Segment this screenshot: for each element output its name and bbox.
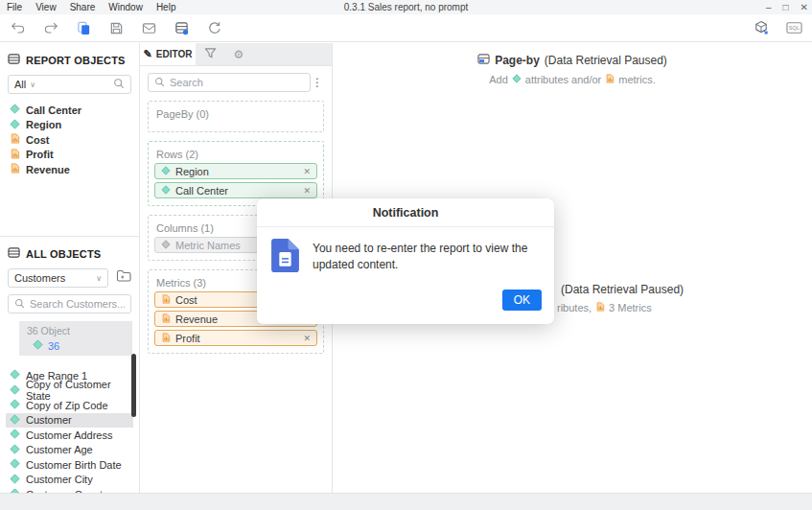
browse-folder-button[interactable] <box>116 269 131 287</box>
attribute-icon <box>161 185 171 197</box>
grid-placeholder: (Data Retrieval Paused) ributes, 3 Metri… <box>557 283 684 313</box>
object-count-label: 36 Object <box>27 325 132 336</box>
refresh-button[interactable] <box>201 17 226 38</box>
attribute-icon <box>10 474 20 486</box>
gear-icon: ⚙ <box>234 48 244 61</box>
attribute-icon <box>10 429 20 441</box>
stack-icon <box>8 53 20 67</box>
list-item-customer-birth-date[interactable]: Customer Birth Date <box>6 457 133 473</box>
report-object-region[interactable]: Region <box>8 118 131 133</box>
metric-icon <box>161 313 171 325</box>
all-objects-title: ALL OBJECTS <box>26 248 101 260</box>
search-icon <box>154 74 165 91</box>
folder-value: Customers <box>14 272 65 284</box>
editor-tabbar: ✎ EDITOR ⚙ <box>140 43 332 66</box>
window-controls: – □ ✕ <box>766 0 808 14</box>
all-objects-search-input[interactable] <box>30 298 125 310</box>
metric-icon <box>10 163 20 175</box>
tab-settings[interactable]: ⚙ <box>224 43 253 65</box>
menu-window[interactable]: Window <box>102 2 150 12</box>
attribute-icon <box>10 414 20 427</box>
chip-label: Call Center <box>175 185 228 197</box>
grid-status: (Data Retrieval Paused) <box>557 283 684 296</box>
dialog-message: You need to re-enter the report to view … <box>313 239 539 276</box>
search-icon <box>14 295 25 313</box>
list-item-customer-city[interactable]: Customer City <box>6 473 133 488</box>
rows-drop-zone[interactable]: Rows (2) Region ✕ Call Center ✕ <box>148 141 324 206</box>
scrollbar-thumb[interactable] <box>131 354 136 417</box>
list-item-label: Customer Age <box>26 444 93 455</box>
view-sql-button[interactable]: SQL <box>781 17 806 38</box>
save-button[interactable] <box>104 17 128 38</box>
all-objects-section: ALL OBJECTS Customers ∨ 36 Object <box>0 237 139 493</box>
kebab-menu[interactable]: ⋮ <box>311 76 324 89</box>
chip-label: Revenue <box>175 313 218 325</box>
redo-button[interactable] <box>38 17 63 38</box>
all-objects-list: Age Range 1 Copy of Customer State Copy … <box>8 368 131 502</box>
chip-region[interactable]: Region ✕ <box>154 163 317 179</box>
tab-editor[interactable]: ✎ EDITOR <box>140 43 196 65</box>
report-object-profit[interactable]: Profit <box>8 148 131 163</box>
refresh-icon <box>207 21 221 35</box>
ok-button[interactable]: OK <box>502 290 542 311</box>
hint-text: attributes and/or <box>525 74 602 85</box>
object-label: Region <box>26 119 61 130</box>
send-button[interactable] <box>136 17 161 38</box>
chip-label: Metric Names <box>175 240 241 251</box>
hint-text: 3 Metrics <box>609 302 652 313</box>
list-item-customer-address[interactable]: Customer Address <box>6 428 133 443</box>
object-count-card[interactable]: 36 Object 36 <box>19 321 132 356</box>
data-source-button[interactable] <box>169 17 194 38</box>
chip-profit[interactable]: Profit ✕ <box>154 330 317 346</box>
attribute-icon <box>10 384 20 397</box>
tab-filter[interactable] <box>196 43 224 65</box>
pageby-zone-label: PageBy (0) <box>156 108 317 120</box>
object-label: Call Center <box>26 104 81 116</box>
list-item-label: Customer <box>26 414 72 426</box>
report-object-cost[interactable]: Cost <box>8 132 131 148</box>
menu-help[interactable]: Help <box>150 2 183 12</box>
report-object-call-center[interactable]: Call Center <box>8 103 131 118</box>
search-icon <box>113 78 125 91</box>
all-objects-folder-select[interactable]: Customers ∨ <box>8 268 108 288</box>
menu-view[interactable]: View <box>29 2 63 12</box>
chip-label: Profit <box>175 333 200 344</box>
attribute-icon <box>10 104 20 116</box>
cube-explore-button[interactable] <box>749 17 774 38</box>
undo-button[interactable] <box>6 17 31 38</box>
minimize-button[interactable]: – <box>766 2 772 12</box>
attribute-icon <box>161 166 171 177</box>
list-item-customer[interactable]: Customer <box>6 413 133 429</box>
sql-icon: SQL <box>786 21 802 35</box>
report-objects-filter-select[interactable]: All ∨ <box>8 75 131 94</box>
all-objects-search[interactable] <box>8 294 131 313</box>
pencil-icon: ✎ <box>144 48 152 60</box>
menu-file[interactable]: File <box>0 2 29 12</box>
list-item-label: Customer City <box>26 474 93 485</box>
list-item-customer-age[interactable]: Customer Age <box>6 443 133 458</box>
pageby-hint: Add attributes and/or metrics. <box>333 74 812 85</box>
menu-share[interactable]: Share <box>63 2 103 12</box>
attribute-icon <box>512 74 522 85</box>
editor-search[interactable] <box>148 73 311 92</box>
attribute-icon <box>10 119 20 131</box>
tab-editor-label: EDITOR <box>156 49 193 59</box>
remove-chip-icon[interactable]: ✕ <box>303 167 311 176</box>
pageby-title: Page-by <box>495 54 540 67</box>
report-objects-section: REPORT OBJECTS All ∨ Call Center Region <box>0 43 139 237</box>
object-label: Cost <box>26 134 49 146</box>
metric-icon <box>595 302 605 313</box>
attribute-icon <box>10 458 20 471</box>
maximize-button[interactable]: □ <box>783 2 789 12</box>
chip-call-center[interactable]: Call Center ✕ <box>154 182 317 198</box>
list-item-copy-customer-state[interactable]: Copy of Customer State <box>6 383 133 399</box>
pageby-drop-zone[interactable]: PageBy (0) <box>148 101 324 132</box>
report-object-revenue[interactable]: Revenue <box>8 162 131 177</box>
object-label: Revenue <box>26 164 70 175</box>
close-button[interactable]: ✕ <box>800 2 808 12</box>
app-window: 0.3.1 Sales report, no prompt File View … <box>0 0 812 510</box>
editor-search-input[interactable] <box>170 77 304 88</box>
paste-button[interactable] <box>71 17 96 38</box>
remove-chip-icon[interactable]: ✕ <box>303 334 311 343</box>
remove-chip-icon[interactable]: ✕ <box>303 186 311 196</box>
